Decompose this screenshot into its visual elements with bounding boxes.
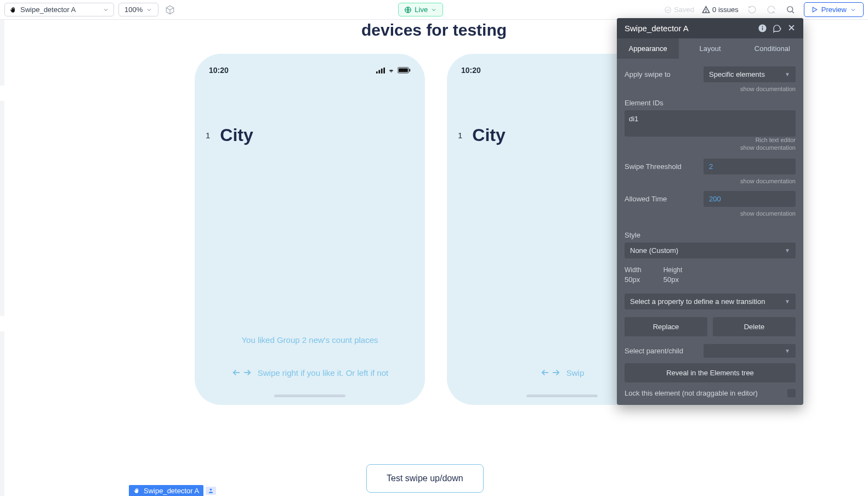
warning-triangle-icon [702, 5, 710, 14]
height-label: Height [663, 266, 683, 274]
badge-main[interactable]: Swipe_detector A [129, 485, 203, 496]
device-mockup-1[interactable]: 10:20 1 City You liked Group 2 new's cou… [195, 54, 425, 405]
battery-icon [398, 67, 411, 74]
cellular-icon [376, 67, 385, 74]
device-time: 10:20 [209, 66, 229, 75]
comment-icon[interactable] [773, 24, 782, 33]
chevron-down-icon [146, 7, 152, 13]
height-block: Height 50px [663, 266, 683, 284]
issues-label: 0 issues [712, 5, 739, 14]
svg-rect-7 [376, 71, 378, 74]
left-collapsed-rail[interactable] [0, 20, 4, 496]
tab-appearance[interactable]: Appearance [617, 38, 679, 59]
info-icon[interactable] [758, 24, 767, 33]
element-selector-label: Swipe_detector A [20, 5, 76, 14]
rich-text-link[interactable]: Rich text editor show documentation [625, 136, 796, 152]
apply-swipe-select[interactable]: Specific elements ▼ [704, 66, 796, 82]
style-select[interactable]: None (Custom) ▼ [625, 243, 796, 258]
device-status-icons [376, 66, 411, 75]
toolbar-right: Saved 0 issues Preview [664, 2, 864, 17]
allowed-time-label: Allowed Time [625, 195, 667, 203]
hand-icon [133, 487, 140, 494]
swipe-arrows-icon [231, 368, 252, 377]
chevron-down-icon: ▼ [785, 247, 790, 253]
svg-point-4 [787, 7, 793, 12]
swipe-hint-text: Swipe right if you like it. Or left if n… [258, 368, 388, 377]
hand-icon [9, 6, 17, 14]
check-circle-icon [664, 6, 672, 14]
chevron-down-icon: ▼ [785, 298, 790, 305]
lock-element-row: Lock this element (not draggable in edit… [625, 389, 796, 397]
svg-rect-10 [383, 67, 385, 74]
saved-label: Saved [674, 5, 694, 14]
reveal-elements-tree-button[interactable]: Reveal in the Elements tree [625, 363, 796, 382]
panel-title: Swipe_detector A [625, 24, 689, 33]
element-selector-dropdown[interactable]: Swipe_detector A [4, 3, 114, 16]
allowed-time-input[interactable] [704, 191, 796, 207]
page-title: devices for testing [361, 21, 507, 40]
width-label: Width [625, 266, 642, 274]
play-icon [811, 6, 818, 13]
dimensions-row: Width 50px Height 50px [625, 266, 796, 284]
swipe-hint-row: Swipe right if you like it. Or left if n… [195, 368, 425, 377]
apply-swipe-value: Specific elements [709, 70, 765, 78]
element-ids-label: Element IDs [625, 99, 796, 107]
show-documentation-link[interactable]: show documentation [625, 178, 796, 184]
badge-person-icon[interactable] [206, 487, 216, 495]
undo-button[interactable] [746, 4, 758, 15]
globe-icon [404, 6, 412, 14]
threshold-input[interactable] [704, 159, 796, 174]
toolbar-left: Swipe_detector A 100% [4, 3, 177, 17]
preview-button[interactable]: Preview [804, 2, 864, 17]
home-indicator [274, 394, 345, 397]
badge-label: Swipe_detector A [144, 487, 199, 495]
panel-header[interactable]: Swipe_detector A [617, 18, 803, 38]
select-parent-row: Select parent/child ▼ [625, 344, 796, 358]
width-value: 50px [625, 275, 642, 284]
preview-label: Preview [821, 5, 847, 14]
tab-conditional[interactable]: Conditional [741, 38, 803, 59]
show-documentation-link[interactable]: show documentation [625, 86, 796, 92]
city-index: 1 [206, 131, 210, 140]
select-parent-dropdown[interactable]: ▼ [704, 344, 796, 358]
threshold-label: Swipe Threeshold [625, 162, 682, 171]
live-status-dropdown[interactable]: Live [398, 3, 443, 16]
cube-icon[interactable] [163, 3, 177, 17]
delete-button[interactable]: Delete [713, 317, 796, 336]
search-button[interactable] [785, 4, 796, 15]
home-indicator [526, 394, 598, 397]
toolbar-center: Live [181, 3, 660, 16]
liked-places-text: You liked Group 2 new's count places [195, 335, 425, 345]
issues-button[interactable]: 0 issues [702, 5, 739, 14]
zoom-value: 100% [124, 5, 143, 14]
lock-label: Lock this element (not draggable in edit… [625, 389, 758, 397]
element-selection-badge[interactable]: Swipe_detector A [129, 485, 216, 496]
replace-button[interactable]: Replace [625, 317, 707, 336]
city-label: City [472, 125, 505, 145]
allowed-time-row: Allowed Time [625, 191, 796, 207]
svg-rect-20 [762, 27, 763, 30]
transition-select[interactable]: Select a property to define a new transi… [625, 294, 796, 309]
zoom-dropdown[interactable]: 100% [118, 3, 158, 16]
svg-rect-8 [378, 70, 380, 73]
live-label: Live [415, 5, 428, 14]
tab-layout[interactable]: Layout [679, 38, 741, 59]
redo-button[interactable] [765, 4, 777, 15]
saved-indicator: Saved [664, 5, 694, 14]
svg-point-3 [706, 12, 706, 12]
svg-rect-12 [399, 69, 408, 72]
svg-rect-13 [409, 69, 410, 71]
test-swipe-button[interactable]: Test swipe up/down [366, 464, 484, 493]
swipe-hint-text: Swip [566, 368, 585, 377]
panel-body: Apply swipe to Specific elements ▼ show … [617, 59, 803, 405]
svg-rect-9 [381, 68, 383, 73]
element-ids-input[interactable] [625, 110, 796, 137]
close-icon[interactable] [787, 24, 796, 33]
svg-marker-6 [813, 7, 817, 12]
chevron-down-icon: ▼ [785, 348, 790, 354]
apply-swipe-row: Apply swipe to Specific elements ▼ [625, 66, 796, 82]
lock-checkbox[interactable] [787, 389, 796, 397]
properties-panel[interactable]: Swipe_detector A Appearance Layout Condi… [617, 18, 803, 405]
show-documentation-link[interactable]: show documentation [625, 210, 796, 217]
replace-delete-row: Replace Delete [625, 317, 796, 336]
